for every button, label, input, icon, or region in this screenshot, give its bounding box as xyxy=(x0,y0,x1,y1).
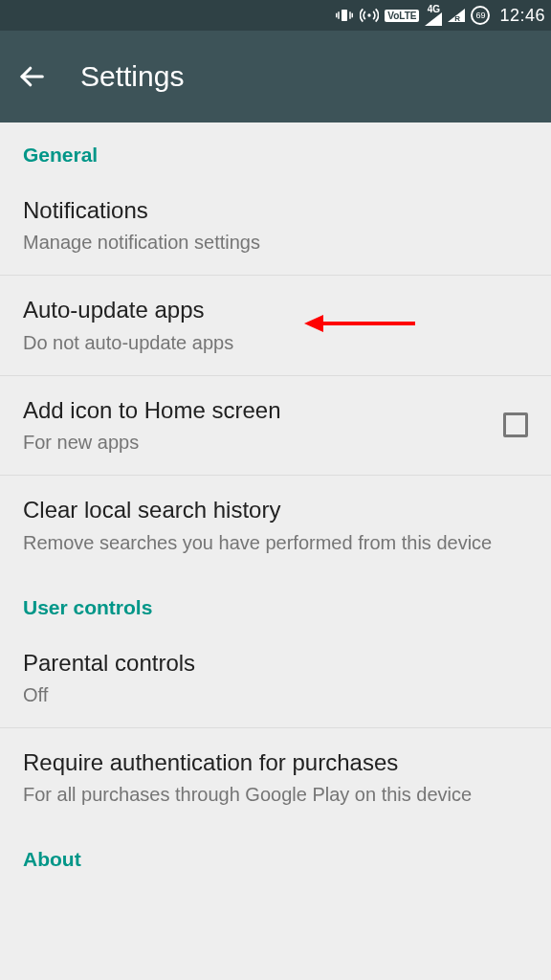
section-header-general: General xyxy=(0,122,551,176)
svg-rect-0 xyxy=(342,10,347,21)
item-clear-history[interactable]: Clear local search history Remove search… xyxy=(0,476,551,574)
item-notifications[interactable]: Notifications Manage notification settin… xyxy=(0,176,551,276)
item-subtitle: For new apps xyxy=(23,430,492,456)
item-subtitle: Off xyxy=(23,682,528,708)
battery-icon: 69 xyxy=(471,6,490,25)
checkbox-add-icon[interactable] xyxy=(503,412,528,437)
item-subtitle: Do not auto-update apps xyxy=(23,330,528,356)
status-bar: VoLTE 4G R 69 12:46 xyxy=(0,0,551,31)
signal-4g-icon: 4G xyxy=(425,5,442,26)
vibrate-icon xyxy=(335,7,354,24)
item-subtitle: Remove searches you have performed from … xyxy=(23,530,528,556)
item-auto-update[interactable]: Auto-update apps Do not auto-update apps xyxy=(0,276,551,375)
item-title: Parental controls xyxy=(23,648,528,679)
roaming-letter: R xyxy=(455,14,461,22)
svg-point-5 xyxy=(368,13,371,16)
volte-badge: VoLTE xyxy=(385,10,419,22)
back-icon[interactable] xyxy=(17,62,46,91)
item-add-icon-home[interactable]: Add icon to Home screen For new apps xyxy=(0,376,551,476)
settings-list: General Notifications Manage notificatio… xyxy=(0,122,551,880)
signal-roaming-icon: R xyxy=(448,9,465,22)
item-title: Notifications xyxy=(23,195,528,226)
item-title: Require authentication for purchases xyxy=(23,747,528,778)
item-title: Add icon to Home screen xyxy=(23,395,492,426)
item-title: Auto-update apps xyxy=(23,295,528,325)
section-header-about: About xyxy=(0,827,551,880)
item-parental-controls[interactable]: Parental controls Off xyxy=(0,629,551,728)
section-header-user-controls: User controls xyxy=(0,575,551,629)
app-bar: Settings xyxy=(0,31,551,122)
page-title: Settings xyxy=(80,60,184,93)
item-subtitle: Manage notification settings xyxy=(23,230,528,256)
item-require-auth[interactable]: Require authentication for purchases For… xyxy=(0,728,551,827)
item-subtitle: For all purchases through Google Play on… xyxy=(23,782,528,808)
item-title: Clear local search history xyxy=(23,495,528,525)
hotspot-icon xyxy=(360,6,379,25)
clock: 12:46 xyxy=(499,6,545,26)
